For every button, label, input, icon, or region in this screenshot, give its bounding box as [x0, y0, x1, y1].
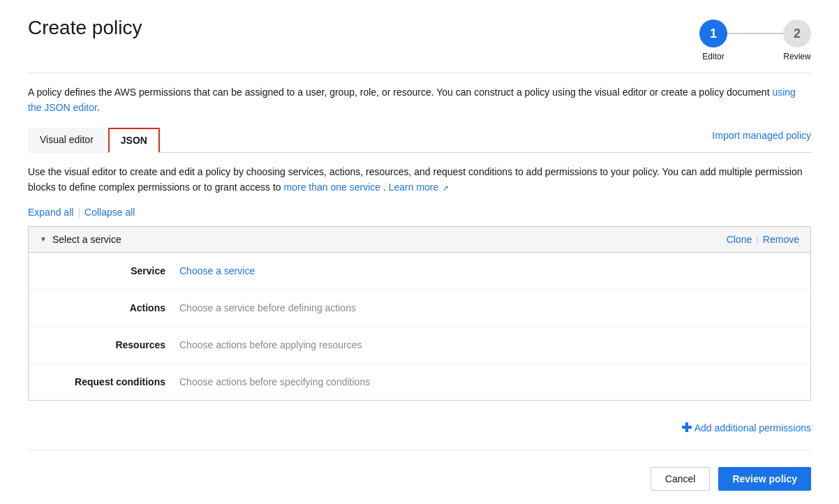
import-managed-policy-link[interactable]: Import managed policy: [712, 130, 811, 149]
expand-collapse-row: Expand all | Collapse all: [28, 201, 811, 226]
resources-value: Choose actions before applying resources: [179, 339, 362, 350]
page-title: Create policy: [28, 17, 142, 39]
step-2-label: Review: [783, 52, 810, 61]
perm-sep: |: [756, 234, 759, 245]
permission-header-actions: Clone | Remove: [727, 234, 799, 245]
editor-info-text2: .: [383, 181, 389, 193]
table-row: Actions Choose a service before defining…: [29, 290, 810, 327]
learn-more-link[interactable]: Learn more ➚: [389, 181, 449, 193]
add-permissions-label: Add additional permissions: [695, 422, 811, 433]
review-policy-button[interactable]: Review policy: [718, 467, 811, 491]
tabs: Visual editor JSON: [28, 127, 163, 152]
actions-label: Actions: [40, 302, 179, 313]
header-divider: [28, 73, 811, 73]
external-link-icon: ➚: [443, 182, 449, 195]
step-2-circle: 2: [783, 20, 811, 47]
clone-link[interactable]: Clone: [727, 234, 752, 245]
step-2: 2 Review: [783, 20, 811, 61]
permission-block-title: Select a service: [52, 234, 121, 245]
cancel-button[interactable]: Cancel: [651, 467, 711, 491]
request-conditions-value: Choose actions before specifying conditi…: [179, 376, 370, 387]
footer-row: Cancel Review policy: [28, 456, 811, 496]
remove-link[interactable]: Remove: [763, 234, 799, 245]
step-1-circle: 1: [699, 20, 727, 47]
tab-visual-editor[interactable]: Visual editor: [28, 128, 105, 153]
choose-service-link[interactable]: Choose a service: [179, 265, 255, 276]
permission-header-left: ▼ Select a service: [40, 234, 121, 245]
permission-block: ▼ Select a service Clone | Remove Servic…: [28, 226, 811, 401]
expand-all-link[interactable]: Expand all: [28, 207, 73, 218]
chevron-down-icon: ▼: [40, 235, 47, 243]
table-row: Request conditions Choose actions before…: [29, 364, 810, 400]
permission-body: Service Choose a service Actions Choose …: [29, 253, 810, 400]
tabs-row: Visual editor JSON Import managed policy: [28, 127, 811, 153]
step-1-label: Editor: [702, 52, 724, 61]
stepper: 1 Editor 2 Review: [699, 17, 811, 61]
resources-label: Resources: [40, 339, 179, 350]
add-additional-permissions-link[interactable]: ✚ Add additional permissions: [681, 420, 811, 436]
step-1: 1 Editor: [699, 20, 727, 61]
permission-block-header: ▼ Select a service Clone | Remove: [29, 227, 810, 253]
table-row: Resources Choose actions before applying…: [29, 327, 810, 364]
request-conditions-label: Request conditions: [40, 376, 179, 387]
plus-icon: ✚: [681, 420, 692, 436]
table-row: Service Choose a service: [29, 253, 810, 290]
more-than-one-service-link[interactable]: more than one service: [284, 181, 381, 193]
tab-json[interactable]: JSON: [108, 128, 160, 153]
add-permissions-row: ✚ Add additional permissions: [28, 412, 811, 444]
service-label: Service: [40, 265, 179, 276]
expand-sep: |: [77, 207, 80, 218]
description-text1: A policy defines the AWS permissions tha…: [28, 87, 770, 98]
description: A policy defines the AWS permissions tha…: [28, 84, 811, 116]
step-connector: [727, 33, 783, 34]
actions-value: Choose a service before defining actions: [179, 302, 356, 313]
collapse-all-link[interactable]: Collapse all: [84, 207, 135, 218]
footer-divider: [28, 450, 811, 450]
editor-info: Use the visual editor to create and edit…: [28, 153, 811, 201]
